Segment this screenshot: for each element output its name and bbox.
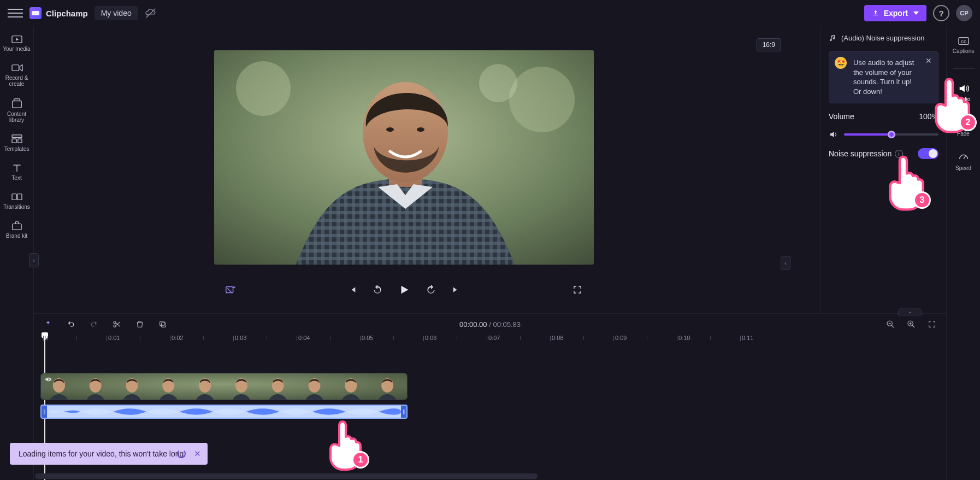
- zoom-in-button[interactable]: [906, 319, 917, 330]
- ruler-tick: 0:09: [615, 335, 627, 341]
- sidebar-item-record[interactable]: Record & create: [2, 63, 32, 87]
- close-icon[interactable]: ✕: [194, 449, 201, 459]
- svg-line-16: [964, 156, 966, 159]
- preview-area: 16:9: [34, 26, 946, 308]
- props-panel-collapse[interactable]: ‹: [781, 256, 790, 270]
- help-button[interactable]: ?: [933, 5, 949, 21]
- export-label: Export: [884, 9, 908, 17]
- timeline-scrollbar[interactable]: [34, 473, 946, 479]
- volume-speaker-icon[interactable]: [829, 130, 839, 139]
- svg-rect-12: [12, 224, 21, 230]
- svg-point-23: [236, 61, 291, 116]
- ruler-tick: 0:02: [172, 335, 183, 341]
- svg-rect-35: [160, 321, 164, 326]
- brand-logo[interactable]: Clipchamp: [29, 7, 88, 19]
- timeline-collapse[interactable]: ⌄: [898, 308, 922, 315]
- video-clip[interactable]: /* replicate thumbs */: [40, 373, 408, 400]
- slider-thumb[interactable]: [888, 131, 895, 138]
- tab-captions[interactable]: CC Captions: [948, 36, 979, 54]
- clip-handle-right[interactable]: ∥: [401, 406, 406, 418]
- svg-rect-9: [17, 139, 21, 143]
- svg-line-31: [228, 288, 232, 292]
- music-note-icon: [829, 34, 837, 42]
- sidebar-item-content-library[interactable]: Content library: [2, 98, 32, 123]
- timeline-ruler[interactable]: 00:010:020:030:040:050:060:070:080:090:1…: [40, 335, 940, 348]
- play-button[interactable]: [396, 282, 412, 298]
- sidebar-item-templates[interactable]: Templates: [2, 134, 32, 152]
- avatar[interactable]: CP: [956, 5, 972, 21]
- ruler-tick: 0:11: [742, 335, 753, 341]
- video-preview[interactable]: [214, 50, 594, 265]
- svg-marker-5: [20, 65, 22, 71]
- svg-point-24: [509, 67, 575, 132]
- aspect-ratio-button[interactable]: 16:9: [757, 38, 781, 51]
- sidebar-item-transitions[interactable]: Transitions: [2, 192, 32, 210]
- redo-button[interactable]: [88, 319, 99, 330]
- audio-properties-panel: (Audio) Noise suppression 🤩 ✕ Use audio …: [820, 26, 946, 313]
- svg-rect-8: [12, 139, 16, 143]
- chevron-down-icon: [913, 11, 919, 15]
- delete-button[interactable]: [134, 319, 145, 330]
- tab-fade[interactable]: Fade: [948, 116, 979, 137]
- sidebar-item-brand-kit[interactable]: Brand kit: [2, 221, 32, 239]
- info-icon[interactable]: i: [895, 150, 903, 158]
- volume-value: 100%: [919, 112, 938, 121]
- rewind-button[interactable]: [371, 283, 384, 296]
- library-icon: [11, 98, 23, 109]
- svg-point-33: [114, 321, 116, 324]
- svg-point-34: [114, 325, 116, 327]
- transitions-icon: [11, 192, 23, 202]
- menu-button[interactable]: [8, 5, 23, 21]
- right-sidebar: CC Captions Audio Fade Speed: [946, 26, 980, 480]
- fullscreen-button[interactable]: [571, 283, 584, 296]
- svg-point-29: [417, 127, 424, 132]
- close-icon[interactable]: ✕: [924, 56, 934, 66]
- left-panel-expand[interactable]: ›: [29, 253, 39, 267]
- tab-speed[interactable]: Speed: [948, 151, 979, 171]
- sidebar-item-media[interactable]: Your media: [2, 34, 32, 52]
- svg-rect-10: [12, 194, 16, 200]
- svg-rect-1: [873, 15, 878, 15]
- clip-handle-left[interactable]: ∥: [42, 406, 47, 418]
- forward-button[interactable]: [424, 283, 438, 296]
- volume-slider[interactable]: [844, 133, 938, 136]
- noise-suppression-label: Noise suppression: [829, 149, 892, 158]
- skip-start-button[interactable]: [346, 283, 359, 296]
- ruler-tick: 0:08: [552, 335, 563, 341]
- project-name-field[interactable]: My video: [95, 6, 138, 20]
- media-icon: [11, 34, 23, 44]
- clip-mute-icon[interactable]: [44, 376, 52, 385]
- skip-end-button[interactable]: [450, 283, 463, 296]
- panel-title: (Audio) Noise suppression: [829, 34, 938, 42]
- svg-line-38: [892, 325, 894, 327]
- undo-button[interactable]: [66, 319, 76, 330]
- sidebar-item-text[interactable]: Text: [2, 163, 32, 181]
- noise-suppression-toggle[interactable]: [918, 148, 938, 159]
- tip-card: 🤩 ✕ Use audio to adjust the volume of yo…: [829, 51, 938, 103]
- cloud-sync-off-icon[interactable]: [145, 7, 157, 19]
- templates-icon: [11, 134, 23, 144]
- upload-icon: [872, 9, 879, 17]
- captions-icon: CC: [958, 36, 970, 46]
- ruler-tick: 0:10: [678, 335, 690, 341]
- video-effects-button[interactable]: [224, 283, 237, 296]
- record-icon: [11, 63, 23, 73]
- timeline-toolbar: 00:00.00 / 00:05.83: [34, 314, 946, 335]
- duplicate-button[interactable]: [157, 319, 168, 330]
- audio-clip[interactable]: ∥ ∥: [40, 405, 408, 419]
- volume-label: Volume: [829, 112, 854, 121]
- zoom-out-button[interactable]: [885, 319, 896, 330]
- fit-zoom-button[interactable]: [926, 319, 937, 330]
- fade-icon: [958, 116, 970, 128]
- text-icon: [11, 163, 22, 173]
- export-button[interactable]: Export: [864, 5, 926, 21]
- split-button[interactable]: [111, 319, 122, 330]
- ruler-tick: 0:03: [235, 335, 246, 341]
- svg-rect-11: [17, 194, 21, 200]
- tab-audio[interactable]: Audio: [948, 83, 979, 102]
- loading-toast: Loading items for your video, this won't…: [10, 443, 208, 465]
- emoji-icon: 🤩: [835, 57, 847, 69]
- top-bar: Clipchamp My video Export ? CP: [0, 0, 980, 26]
- svg-line-0: [146, 9, 155, 18]
- ai-sparkle-button[interactable]: [43, 319, 54, 330]
